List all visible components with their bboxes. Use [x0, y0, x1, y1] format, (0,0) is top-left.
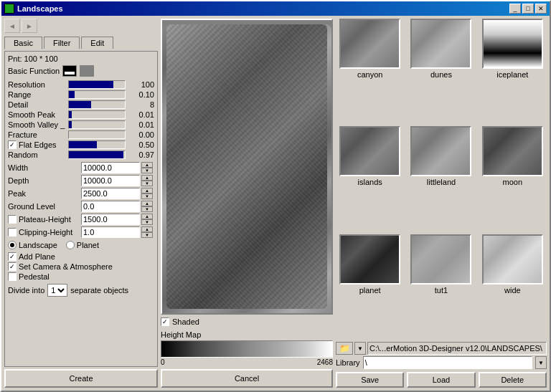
library-row: Library \ ▼: [336, 356, 547, 369]
detail-value: 8: [128, 100, 154, 109]
smooth-peak-label: Smooth Peak: [8, 110, 65, 119]
clipping-up[interactable]: ▲: [141, 226, 153, 232]
shaded-checkbox[interactable]: [161, 317, 169, 326]
redo-button[interactable]: ►: [22, 19, 37, 33]
basic-function-row: Basic Function: [8, 65, 154, 77]
random-slider[interactable]: [68, 150, 126, 159]
range-value: 0.10: [128, 90, 154, 99]
depth-input[interactable]: 10000.0: [81, 175, 140, 186]
peak-down[interactable]: ▼: [141, 193, 153, 199]
preset-wide[interactable]: wide: [479, 234, 547, 339]
preset-littleland[interactable]: littleland: [407, 126, 475, 231]
width-input[interactable]: 10000.0: [81, 162, 140, 173]
clipping-input[interactable]: 1.0: [81, 226, 140, 238]
flat-edges-value: 0.50: [128, 140, 154, 149]
peak-input[interactable]: 2500.0: [81, 188, 140, 199]
clipping-down[interactable]: ▼: [141, 232, 153, 238]
main-panel: Pnt: 100 * 100 Basic Function Resolution…: [4, 51, 158, 367]
library-dropdown-arrow[interactable]: ▼: [535, 356, 547, 369]
preset-moon[interactable]: moon: [479, 126, 547, 231]
add-plane-label: Add Plane: [19, 252, 55, 261]
minimize-button[interactable]: _: [509, 4, 521, 14]
height-map-label: Height Map: [161, 330, 333, 339]
save-button[interactable]: Save: [336, 372, 404, 388]
width-up[interactable]: ▲: [141, 162, 153, 168]
smooth-peak-slider[interactable]: [68, 110, 126, 119]
plateau-checkbox[interactable]: [8, 215, 17, 224]
set-camera-row: Set Camera & Atmosphere: [8, 262, 154, 271]
function-btn-2[interactable]: [80, 65, 94, 77]
load-button[interactable]: Load: [407, 372, 475, 388]
width-down[interactable]: ▼: [141, 168, 153, 173]
plateau-input[interactable]: 1500.0: [81, 214, 140, 225]
landscape-radio[interactable]: [8, 241, 17, 249]
ground-level-up[interactable]: ▲: [141, 201, 153, 206]
depth-down[interactable]: ▼: [141, 181, 153, 186]
depth-up[interactable]: ▲: [141, 175, 153, 181]
range-slider[interactable]: [68, 90, 126, 99]
landscape-radio-item: Landscape: [8, 241, 57, 249]
function-btn-1[interactable]: [62, 65, 77, 77]
peak-up[interactable]: ▲: [141, 188, 153, 193]
smooth-peak-value: 0.01: [128, 110, 154, 119]
library-input[interactable]: \: [363, 356, 532, 369]
peak-label: Peak: [8, 188, 80, 199]
preset-tut1[interactable]: tut1: [407, 234, 475, 339]
left-panel: ◄ ► Basic Filter Edit Pnt: 100 * 100 Bas…: [4, 19, 158, 388]
landscape-preview: [166, 24, 327, 309]
ground-level-input[interactable]: 0.0: [81, 201, 140, 212]
set-camera-checkbox[interactable]: [8, 262, 17, 271]
divide-label-suffix: separate objects: [70, 286, 128, 295]
flat-edges-checkbox[interactable]: [8, 140, 17, 149]
create-button[interactable]: Create: [4, 369, 158, 388]
path-dropdown-arrow[interactable]: ▼: [354, 342, 366, 355]
tabs-row: Basic Filter Edit: [4, 37, 158, 49]
add-plane-checkbox[interactable]: [8, 252, 17, 261]
detail-label: Detail: [8, 100, 65, 109]
delete-button[interactable]: Delete: [479, 372, 547, 388]
preset-dunes[interactable]: dunes: [407, 19, 475, 123]
title-bar: Landscapes _ □ ✕: [1, 1, 550, 16]
tab-edit[interactable]: Edit: [81, 37, 113, 49]
preset-planet[interactable]: planet: [336, 234, 404, 339]
ground-level-down[interactable]: ▼: [141, 206, 153, 212]
preset-canyon[interactable]: canyon: [336, 19, 404, 123]
close-button[interactable]: ✕: [535, 4, 547, 14]
clipping-checkbox[interactable]: [8, 228, 17, 236]
preview-inner: [162, 24, 331, 315]
plateau-up[interactable]: ▲: [141, 214, 153, 219]
clipping-label: Clipping-Height: [19, 228, 72, 236]
width-spin: ▲ ▼: [141, 162, 154, 173]
preset-thumb-littleland: [410, 126, 471, 176]
numeric-grid: Width 10000.0 ▲ ▼ Depth 10000.0 ▲ ▼ Peak: [8, 162, 154, 238]
tab-filter[interactable]: Filter: [44, 37, 80, 49]
preset-iceplanet[interactable]: iceplanet: [479, 19, 547, 123]
preset-islands[interactable]: islands: [336, 126, 404, 231]
random-value: 0.97: [128, 150, 154, 159]
detail-slider[interactable]: [68, 100, 126, 109]
ground-level-label: Ground Level: [8, 201, 80, 212]
presets-grid: canyon dunes iceplanet islands littlelan…: [336, 19, 547, 339]
tab-basic[interactable]: Basic: [4, 37, 42, 49]
preset-label-moon: moon: [503, 178, 523, 186]
cancel-button[interactable]: Cancel: [161, 369, 333, 388]
options-section: Add Plane Set Camera & Atmosphere Pedest…: [8, 252, 154, 281]
undo-button[interactable]: ◄: [4, 19, 20, 33]
divide-select[interactable]: 1: [47, 284, 67, 297]
right-panel: canyon dunes iceplanet islands littlelan…: [336, 19, 547, 388]
flat-edges-slider[interactable]: [68, 140, 126, 149]
fracture-slider[interactable]: [68, 130, 126, 139]
pedestal-checkbox[interactable]: [8, 272, 17, 281]
resolution-slider[interactable]: [68, 80, 126, 89]
height-min: 0: [161, 358, 165, 366]
peak-spin: ▲ ▼: [141, 188, 154, 199]
planet-radio[interactable]: [66, 241, 75, 249]
maximize-button[interactable]: □: [522, 4, 534, 14]
clipping-spin: ▲ ▼: [141, 226, 154, 238]
plateau-down[interactable]: ▼: [141, 219, 153, 225]
window-title: Landscapes: [17, 4, 63, 13]
depth-spin: ▲ ▼: [141, 175, 154, 186]
folder-button[interactable]: 📁: [336, 342, 353, 355]
smooth-valley-value: 0.01: [128, 120, 154, 129]
smooth-valley-slider[interactable]: [68, 120, 126, 129]
